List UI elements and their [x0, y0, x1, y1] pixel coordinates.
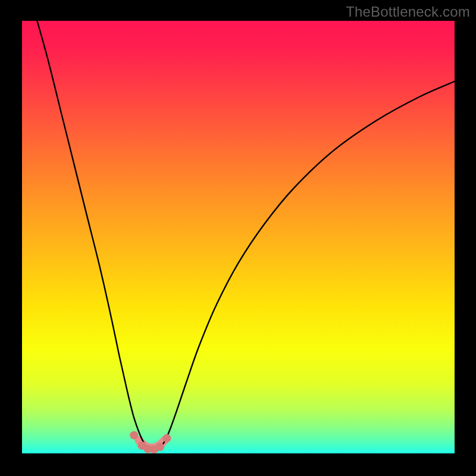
bottleneck-curve-path — [37, 21, 455, 452]
plot-area — [22, 21, 455, 453]
curve-svg — [22, 21, 455, 453]
watermark-text: TheBottleneck.com — [346, 4, 470, 20]
marker-dot — [156, 443, 164, 451]
chart-frame: TheBottleneck.com — [0, 0, 476, 476]
marker-dot — [163, 434, 171, 443]
marker-dot — [130, 431, 138, 440]
